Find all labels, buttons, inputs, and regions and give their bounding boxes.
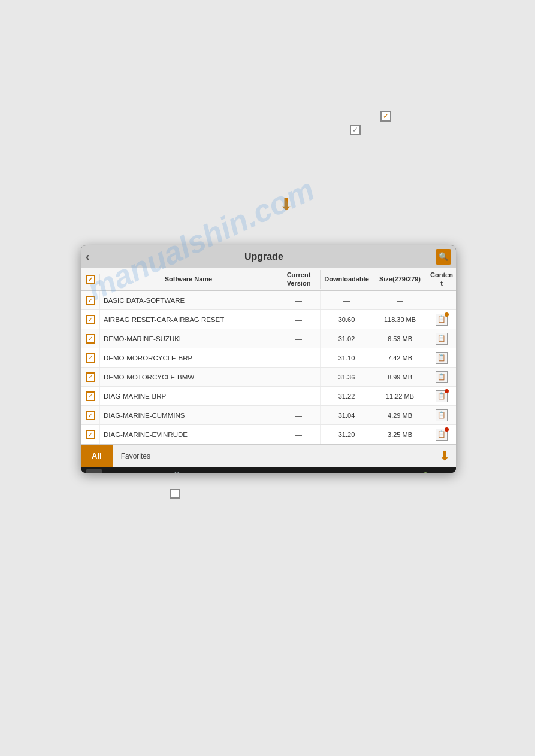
table-header-row: Software Name CurrentVersion Downloadabl… (81, 268, 456, 291)
current-version-basic-data: — (277, 291, 321, 309)
col-header-current-version: CurrentVersion (277, 270, 321, 288)
checkbox-bmw[interactable] (86, 372, 95, 382)
size-airbag: 118.30 MB (373, 310, 427, 329)
current-version-cummins: — (277, 406, 321, 424)
row-checkbox[interactable] (81, 387, 100, 405)
table-row: DIAG-MARINE-CUMMINS — 31.04 4.29 MB 📋 (81, 406, 456, 425)
table-row: BASIC DATA-SOFTWARE — — — (81, 291, 456, 310)
tab-spacer (159, 445, 433, 467)
home-icon[interactable]: ⌂ (126, 469, 143, 473)
col-header-checkbox[interactable] (81, 274, 100, 286)
size-cummins: 4.29 MB (373, 406, 427, 424)
software-name-evinrude: DIAG-MARINE-EVINRUDE (100, 425, 277, 444)
content-basic-data (427, 291, 456, 309)
content-icon-marine-brp[interactable]: 📋 (436, 390, 448, 402)
current-version-evinrude: — (277, 425, 321, 444)
content-icon-airbag[interactable]: 📋 (436, 314, 448, 326)
volume-icon[interactable]: 🔊 (167, 469, 184, 473)
checkbox-marine-brp[interactable] (86, 391, 95, 401)
tab-favorites[interactable]: Favorites (113, 445, 159, 467)
current-version-bmw: — (277, 368, 321, 386)
content-cummins[interactable]: 📋 (427, 406, 456, 424)
row-checkbox[interactable] (81, 329, 100, 348)
size-basic-data: — (373, 291, 427, 309)
content-icon-cummins[interactable]: 📋 (436, 409, 448, 421)
page-title: Upgrade (95, 251, 433, 262)
table-row: DEMO-MORORCYCLE-BRP — 31.10 7.42 MB 📋 (81, 348, 456, 368)
back-nav-button[interactable]: ◀ (86, 469, 102, 473)
downloadable-cummins: 31.04 (321, 406, 373, 424)
bottom-tabs: All Favorites ⬇ (81, 444, 456, 467)
size-brp-demo: 7.42 MB (373, 348, 427, 367)
checkbox-airbag[interactable] (86, 315, 95, 324)
search-button[interactable] (436, 249, 451, 265)
checkbox-brp-demo[interactable] (86, 353, 95, 363)
content-icon-suzuki[interactable]: 📋 (436, 333, 448, 345)
header-bar: ‹ Upgrade (81, 245, 456, 268)
current-version-airbag: — (277, 310, 321, 329)
dp-icon[interactable]: DP (188, 469, 204, 473)
tab-all[interactable]: All (81, 445, 113, 467)
vci-icon[interactable]: VCI (208, 469, 225, 473)
content-evinrude[interactable]: 📋 (427, 425, 456, 444)
float-download-icon: ⬇ (279, 195, 293, 214)
content-airbag[interactable]: 📋 (427, 310, 456, 329)
current-version-brp-demo: — (277, 348, 321, 367)
size-suzuki: 6.53 MB (373, 329, 427, 348)
float-checkbox-small (170, 489, 180, 499)
status-bar: ◀ 📷 ⌂ ▣ 🔊 DP VCI ▼ 🔋 15:28 (81, 467, 456, 473)
content-marine-brp[interactable]: 📋 (427, 387, 456, 405)
col-header-content: Content (427, 270, 456, 288)
content-icon-brp-demo[interactable]: 📋 (436, 352, 448, 364)
col-header-software-name: Software Name (100, 274, 277, 284)
size-marine-brp: 11.22 MB (373, 387, 427, 405)
row-checkbox[interactable] (81, 348, 100, 367)
software-name-cummins: DIAG-MARINE-CUMMINS (100, 406, 277, 424)
battery-icon: 🔋 (421, 472, 430, 473)
size-bmw: 8.99 MB (373, 368, 427, 386)
download-button[interactable]: ⬇ (433, 445, 456, 467)
float-checkbox-gray (350, 125, 361, 135)
select-all-checkbox[interactable] (86, 275, 95, 284)
row-checkbox[interactable] (81, 368, 100, 386)
table-row: DIAG-MARINE-BRP — 31.22 11.22 MB 📋 (81, 387, 456, 406)
current-version-suzuki: — (277, 329, 321, 348)
software-name-basic-data: BASIC DATA-SOFTWARE (100, 291, 277, 309)
size-evinrude: 3.25 MB (373, 425, 427, 444)
time-display: 15:28 (433, 472, 451, 473)
col-header-size: Size(279/279) (373, 274, 427, 284)
content-icon-evinrude[interactable]: 📋 (436, 429, 448, 441)
window-icon[interactable]: ▣ (147, 469, 164, 473)
checkbox-basic-data[interactable] (86, 296, 95, 305)
software-name-marine-brp: DIAG-MARINE-BRP (100, 387, 277, 405)
software-name-suzuki: DEMO-MARINE-SUZUKI (100, 329, 277, 348)
downloadable-basic-data: — (321, 291, 373, 309)
table-row: DEMO-MARINE-SUZUKI — 31.02 6.53 MB 📋 (81, 329, 456, 348)
checkbox-evinrude[interactable] (86, 430, 95, 439)
device-frame: ‹ Upgrade Software Name CurrentVersion D… (81, 245, 456, 473)
wifi-icon: ▼ (410, 472, 418, 473)
downloadable-brp-demo: 31.10 (321, 348, 373, 367)
checkbox-cummins[interactable] (86, 411, 95, 420)
content-suzuki[interactable]: 📋 (427, 329, 456, 348)
checkbox-suzuki[interactable] (86, 334, 95, 344)
row-checkbox[interactable] (81, 310, 100, 329)
status-right: ▼ 🔋 15:28 (410, 472, 451, 473)
downloadable-suzuki: 31.02 (321, 329, 373, 348)
software-table: Software Name CurrentVersion Downloadabl… (81, 268, 456, 444)
downloadable-airbag: 30.60 (321, 310, 373, 329)
content-bmw[interactable]: 📋 (427, 368, 456, 386)
software-name-bmw: DEMO-MOTORCYCLE-BMW (100, 368, 277, 386)
camera-icon[interactable]: 📷 (106, 469, 123, 473)
content-brp-demo[interactable]: 📋 (427, 348, 456, 367)
back-button[interactable]: ‹ (86, 250, 90, 263)
current-version-marine-brp: — (277, 387, 321, 405)
software-name-brp-demo: DEMO-MORORCYCLE-BRP (100, 348, 277, 367)
downloadable-evinrude: 31.20 (321, 425, 373, 444)
row-checkbox[interactable] (81, 406, 100, 424)
table-row: DIAG-MARINE-EVINRUDE — 31.20 3.25 MB 📋 (81, 425, 456, 444)
downloadable-bmw: 31.36 (321, 368, 373, 386)
content-icon-bmw[interactable]: 📋 (436, 371, 448, 383)
row-checkbox[interactable] (81, 291, 100, 309)
row-checkbox[interactable] (81, 425, 100, 444)
